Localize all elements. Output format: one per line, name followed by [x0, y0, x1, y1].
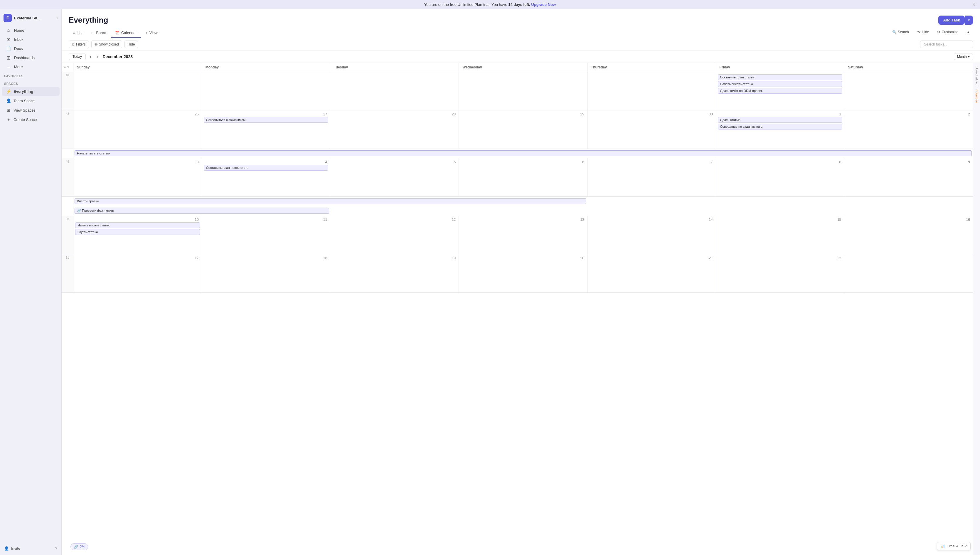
invite-label: Invite [11, 546, 20, 550]
day-cell-14[interactable]: 14 [588, 216, 716, 254]
add-task-dropdown-button[interactable]: ▾ [965, 16, 973, 25]
sidebar-item-docs[interactable]: 📄 Docs [2, 44, 59, 53]
sidebar-item-inbox[interactable]: ✉ Inbox [2, 35, 59, 44]
day-cell-19[interactable]: 19 [330, 254, 459, 292]
day-cell-13[interactable]: 13 [459, 216, 588, 254]
customize-action-button[interactable]: ⚙ Customize [934, 29, 961, 35]
task-совещание[interactable]: Совещание по задачам на с. [718, 124, 842, 130]
show-closed-button[interactable]: ◎ Show closed [91, 40, 122, 48]
day-cell-5[interactable]: 5 [330, 158, 459, 196]
sidebar-item-team-space[interactable]: 👤 Team Space [2, 96, 59, 105]
day-cell-10[interactable]: 10 Начать писать статью Сдать статью [74, 216, 202, 254]
day-cell-tue-w1[interactable] [330, 72, 459, 110]
today-button[interactable]: Today [69, 53, 86, 60]
day-cell-4[interactable]: 4 Составить план новой стать. [202, 158, 331, 196]
day-cell-8[interactable]: 8 [716, 158, 845, 196]
search-tasks-input[interactable]: Search tasks... [920, 40, 973, 48]
tab-view[interactable]: + View [141, 28, 162, 38]
sidebar-item-more[interactable]: ··· More [2, 62, 59, 71]
day-cell-28[interactable]: 28 [330, 111, 459, 149]
day-cell-17[interactable]: 17 [74, 254, 202, 292]
month-selector-chevron-icon: ▾ [968, 55, 970, 59]
task-внести-правки-span[interactable]: Внести правки [75, 198, 586, 204]
filters-button[interactable]: ⧉ Filters [69, 40, 89, 48]
day-cell-sun-w1[interactable] [74, 72, 202, 110]
user-menu[interactable]: E Ekaterina Sh... ▾ [0, 11, 61, 24]
favorites-section-label: Favorites [0, 71, 61, 79]
task-созвониться[interactable]: Созвониться с заказчиком [204, 117, 328, 123]
week-num-50: 50 [62, 216, 74, 254]
close-banner-button[interactable]: × [973, 2, 975, 7]
day-cell-18[interactable]: 18 [202, 254, 331, 292]
next-month-button[interactable]: › [95, 53, 101, 60]
main-header: Everything Add Task ▾ ≡ List ⊟ Board [62, 9, 980, 38]
overdue-label[interactable]: 7 Overdue [974, 87, 979, 104]
day-cell-29[interactable]: 29 [459, 111, 588, 149]
task-провести-фактчекинг-span[interactable]: 🔗 Провести фактчекинг [75, 208, 329, 214]
trial-banner: You are on the free Unlimited Plan trial… [0, 0, 980, 9]
day-cell-fri-w1[interactable]: Составить план статьи Начать писать стат… [716, 72, 845, 110]
day-cell-1[interactable]: 1 Сдать статью Совещание по задачам на с… [716, 111, 845, 149]
prev-month-button[interactable]: ‹ [88, 53, 93, 60]
add-task-button[interactable]: Add Task [938, 16, 965, 25]
search-action-button[interactable]: 🔍 Search [889, 29, 912, 35]
user-menu-chevron-icon: ▾ [56, 16, 58, 20]
sidebar-item-view-spaces[interactable]: ⊞ View Spaces [2, 106, 59, 114]
view-spaces-icon: ⊞ [6, 108, 11, 112]
right-sidebar: 6 Unscheduled 7 Overdue [973, 63, 980, 555]
day-cell-wed-w1[interactable] [459, 72, 588, 110]
week-num-48-1: 48 [62, 72, 74, 110]
sidebar: E Ekaterina Sh... ▾ ⌂ Home ✉ Inbox 📄 Doc… [0, 9, 62, 555]
day-cell-7[interactable]: 7 [588, 158, 716, 196]
collapse-action-button[interactable]: ▲ [964, 29, 973, 35]
task-сдать-статью-1[interactable]: Сдать статью [718, 117, 842, 123]
invite-button[interactable]: 👤 Invite ? [0, 544, 61, 553]
floating-badge[interactable]: 🔗 2/4 [70, 543, 88, 550]
tab-calendar[interactable]: 📅 Calendar [111, 28, 141, 38]
month-selector-button[interactable]: Month ▾ [954, 53, 973, 60]
sidebar-item-dashboards[interactable]: ◫ Dashboards [2, 53, 59, 62]
sidebar-item-more-label: More [14, 64, 23, 69]
day-cell-22[interactable]: 22 [716, 254, 845, 292]
day-cell-mon-w1[interactable] [202, 72, 331, 110]
sidebar-item-create-space[interactable]: + Create Space [2, 115, 59, 124]
week-row-4: Внести правки 🔗 Провести фактчекинг 50 [62, 197, 973, 254]
tab-board[interactable]: ⊟ Board [87, 28, 110, 38]
upgrade-link[interactable]: Upgrade Now [531, 2, 556, 7]
day-cell-16[interactable]: 16 [844, 216, 973, 254]
task-начать-писать-статью-1[interactable]: Начать писать статью [718, 81, 842, 87]
sidebar-item-everything[interactable]: ⚡ Everything [2, 87, 59, 96]
unscheduled-label[interactable]: 6 Unscheduled [974, 64, 979, 87]
day-cell-26[interactable]: 26 [74, 111, 202, 149]
task-начать-писать-10[interactable]: Начать писать статью [75, 222, 200, 228]
tab-list[interactable]: ≡ List [69, 28, 86, 38]
main-content: Everything Add Task ▾ ≡ List ⊟ Board [62, 9, 980, 555]
help-icon[interactable]: ? [55, 547, 57, 550]
day-cell-20[interactable]: 20 [459, 254, 588, 292]
task-начать-писать-span[interactable]: Начать писать статью [75, 150, 972, 156]
day-cell-2[interactable]: 2 [844, 111, 973, 149]
day-cell-27[interactable]: 27 Созвониться с заказчиком [202, 111, 331, 149]
everything-icon: ⚡ [6, 89, 11, 94]
day-cell-15[interactable]: 15 [716, 216, 845, 254]
day-cell-sat-w1[interactable] [844, 72, 973, 110]
hide-button[interactable]: Hide [125, 40, 138, 48]
sidebar-item-home[interactable]: ⌂ Home [2, 26, 59, 35]
day-cell-21[interactable]: 21 [588, 254, 716, 292]
day-cell-3[interactable]: 3 [74, 158, 202, 196]
task-сдать-статью-10[interactable]: Сдать статью [75, 229, 200, 235]
filters-icon: ⧉ [72, 42, 75, 47]
excel-csv-button[interactable]: 📊 Excel & CSV [937, 542, 970, 550]
task-составить-план-статьи[interactable]: Составить план статьи [718, 74, 842, 80]
day-cell-thu-w1[interactable] [588, 72, 716, 110]
week-row-1: 48 Составить пл [62, 72, 973, 111]
day-cell-23[interactable] [844, 254, 973, 292]
day-cell-12[interactable]: 12 [330, 216, 459, 254]
day-cell-30[interactable]: 30 [588, 111, 716, 149]
hide-action-button[interactable]: 👁 Hide [914, 29, 932, 35]
task-составить-план-новой[interactable]: Составить план новой стать. [204, 165, 328, 171]
day-cell-6[interactable]: 6 [459, 158, 588, 196]
day-cell-11[interactable]: 11 [202, 216, 331, 254]
day-cell-9[interactable]: 9 [844, 158, 973, 196]
task-сдать-отчёт-orm[interactable]: Сдать отчёт по ORM-проект. [718, 88, 842, 94]
